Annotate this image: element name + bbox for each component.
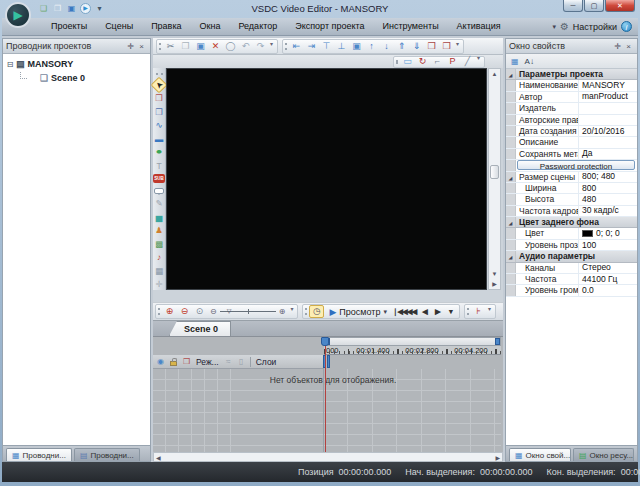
property-value[interactable]: 0; 0; 0	[579, 228, 637, 238]
timeline-horizontal-scrollbar[interactable]: ◀ ▶	[153, 452, 503, 462]
prop-row-frequency[interactable]: Частота 44100 Гц	[506, 274, 637, 285]
menu-activation[interactable]: Активация	[448, 18, 510, 35]
prop-row-channels[interactable]: Каналы Стерео	[506, 263, 637, 274]
menu-projects[interactable]: Проекты	[42, 18, 96, 35]
group-icon[interactable]: ❒	[424, 40, 439, 53]
timeline-zoom-slider[interactable]: ⊖ ▽ ⊕	[210, 307, 285, 316]
property-value[interactable]: 800; 480	[579, 172, 637, 182]
prop-row-color[interactable]: Цвет 0; 0; 0	[506, 228, 637, 239]
prop-row-creation-date[interactable]: Дата создания 20/10/2016	[506, 126, 637, 137]
pin-icon[interactable]: ✛	[612, 42, 623, 51]
color-swatch[interactable]	[582, 230, 593, 237]
rectangle-tool-icon[interactable]: ▬	[153, 133, 165, 145]
object-forward-icon[interactable]: ❒	[153, 92, 165, 104]
tab-project-explorer[interactable]: ▦ Проводни...	[6, 448, 72, 461]
property-value[interactable]: Да	[579, 149, 637, 159]
prop-row-copyright[interactable]: Авторские прав	[506, 115, 637, 126]
minimize-button[interactable]: ─	[563, 0, 583, 12]
tab-properties-window[interactable]: ▦ Окно свой...	[509, 448, 571, 461]
previous-frame-icon[interactable]: ◀	[418, 307, 431, 316]
slider-thumb[interactable]: ▽	[227, 307, 232, 314]
menu-edit[interactable]: Правка	[142, 18, 190, 35]
bring-to-front-icon[interactable]: ⇑	[394, 40, 409, 53]
prop-row-width[interactable]: Ширина 800	[506, 183, 637, 194]
prop-row-height[interactable]: Высота 480	[506, 194, 637, 205]
layers-column-label[interactable]: Слои	[253, 356, 280, 368]
property-value[interactable]: 20/10/2016	[579, 126, 637, 136]
blend-mode-icon[interactable]: ❒	[180, 356, 193, 368]
playhead-handle[interactable]	[321, 337, 329, 346]
marker-icon[interactable]: P	[445, 55, 460, 68]
menu-windows[interactable]: Окна	[191, 18, 230, 35]
separator[interactable]: |	[250, 357, 251, 367]
overflow-icon[interactable]: ▾	[444, 307, 457, 316]
prop-row-framerate[interactable]: Частота кадров 30 кадр/с	[506, 206, 637, 217]
object-backward-icon[interactable]: ❒	[153, 106, 165, 118]
chart-tool-icon[interactable]: ▅	[153, 211, 165, 223]
slider-plus-icon[interactable]: ⊕	[279, 307, 286, 316]
close-icon[interactable]: ×	[136, 42, 147, 51]
property-value[interactable]: Стерео	[579, 263, 637, 273]
prop-category-background-color[interactable]: ◢ Цвет заднего фона	[506, 217, 637, 228]
preview-clock-icon[interactable]: ◷	[309, 305, 324, 318]
timeline-ruler[interactable]: 00000:01.40000:02.80000:04.200	[324, 346, 501, 355]
range-handle-right[interactable]	[495, 338, 500, 345]
overflow-icon[interactable]: ▾	[486, 305, 493, 318]
scrollbar-thumb[interactable]	[490, 165, 499, 179]
property-value[interactable]	[579, 103, 637, 113]
zoom-in-icon[interactable]: ⊕	[162, 305, 177, 318]
lock-icon[interactable]	[170, 361, 177, 366]
align-right-icon[interactable]: ⇥	[304, 40, 319, 53]
tree-expander[interactable]: ⊟	[5, 60, 15, 69]
send-to-back-icon[interactable]: ⇓	[409, 40, 424, 53]
preview-play-button[interactable]: ▶ Просмотр ▾	[324, 307, 392, 317]
property-value[interactable]: manProduct	[579, 92, 637, 102]
tab-object-explorer[interactable]: ▤ Проводни...	[74, 448, 140, 461]
cut-icon[interactable]: ✂	[163, 40, 178, 53]
cursor-tool-icon[interactable]: ➤	[151, 76, 168, 93]
align-bottom-icon[interactable]: ⊥	[334, 40, 349, 53]
move-tool-icon[interactable]: ✛	[153, 278, 165, 290]
overflow-icon[interactable]: ▾	[268, 40, 275, 53]
info-icon[interactable]: i	[621, 21, 632, 32]
delete-layer-icon[interactable]: ▯	[235, 356, 248, 368]
tooltip-tool-icon[interactable]	[154, 188, 164, 194]
paste-icon[interactable]: ▣	[193, 40, 208, 53]
playhead-line[interactable]	[325, 346, 326, 452]
tree-item-scene[interactable]: ❏ Scene 0	[18, 71, 148, 85]
subtitles-tool-icon[interactable]: SUB	[153, 174, 165, 183]
undo-icon[interactable]: ↶	[238, 40, 253, 53]
property-value[interactable]: 800	[579, 183, 637, 193]
visibility-icon[interactable]: ◉	[154, 356, 167, 368]
text-tool-icon[interactable]: T	[153, 160, 165, 172]
select-icon[interactable]: ◯	[223, 40, 238, 53]
password-protection-button[interactable]: Password protection	[506, 160, 637, 171]
tree-item-project[interactable]: ⊟ ▤ MANSORY	[5, 57, 148, 71]
move-up-icon[interactable]: ↑	[364, 40, 379, 53]
timeline-range-bar[interactable]	[324, 337, 501, 346]
overflow-icon[interactable]: ▾	[288, 305, 295, 318]
pin-icon[interactable]: ✛	[125, 42, 136, 51]
slider-minus-icon[interactable]: ⊖	[210, 307, 217, 316]
overflow-icon[interactable]: ▾	[454, 40, 461, 53]
copy-icon[interactable]: ❐	[178, 40, 193, 53]
scroll-down-icon[interactable]: ▼	[492, 269, 498, 279]
property-value[interactable]: 44100 Гц	[579, 274, 637, 284]
prop-row-opacity[interactable]: Уровень проз 100	[506, 240, 637, 251]
prop-row-volume[interactable]: Уровень гром 0.0	[506, 285, 637, 296]
sort-alphabetical-icon[interactable]: A↓	[523, 57, 536, 66]
chevron-down-icon[interactable]: ▾	[552, 23, 556, 31]
ungroup-icon[interactable]: ❒	[439, 40, 454, 53]
property-value[interactable]	[579, 137, 637, 147]
property-value[interactable]: MANSORY	[579, 80, 637, 90]
categorize-icon[interactable]: ▦	[509, 57, 521, 66]
line-tool-icon[interactable]: ∿	[153, 119, 165, 131]
close-button[interactable]: ✕	[605, 0, 635, 12]
scene-tab[interactable]: Scene 0	[169, 321, 231, 336]
video-tool-icon[interactable]: ▦	[153, 265, 165, 277]
close-icon[interactable]: ×	[623, 42, 634, 51]
property-value[interactable]	[579, 115, 637, 125]
property-value[interactable]: 100	[579, 240, 637, 250]
cutting-icon[interactable]: ╱	[460, 55, 475, 68]
prop-row-publisher[interactable]: Издатель	[506, 103, 637, 114]
